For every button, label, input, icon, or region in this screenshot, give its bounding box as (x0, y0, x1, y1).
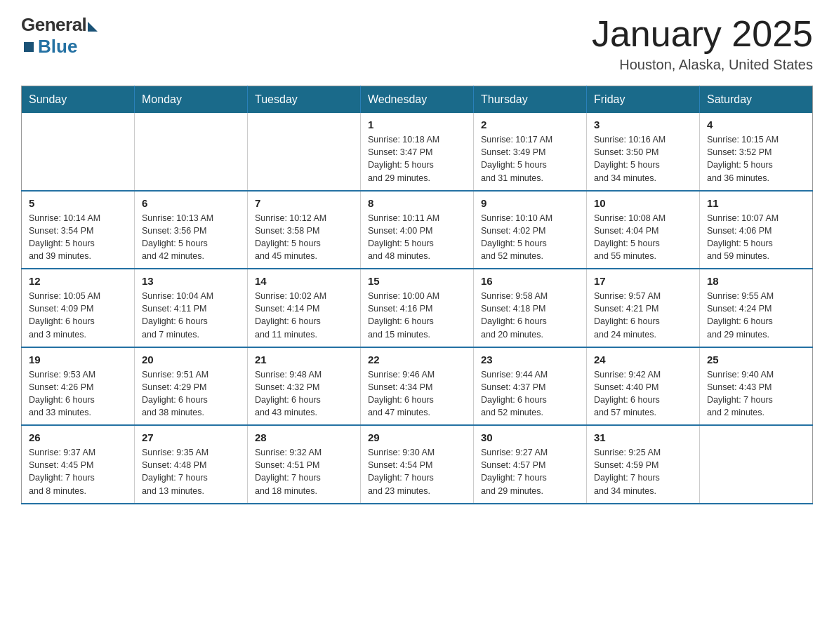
calendar-cell: 18Sunrise: 9:55 AM Sunset: 4:24 PM Dayli… (700, 269, 813, 347)
month-title: January 2025 (592, 14, 813, 54)
calendar-cell (248, 113, 361, 191)
logo-blue-text: Blue (38, 36, 77, 58)
day-number: 27 (142, 431, 240, 443)
day-info: Sunrise: 10:18 AM Sunset: 3:47 PM Daylig… (368, 133, 466, 185)
day-number: 23 (481, 354, 579, 365)
day-number: 5 (29, 197, 127, 209)
calendar-cell (22, 113, 135, 191)
calendar-cell: 16Sunrise: 9:58 AM Sunset: 4:18 PM Dayli… (474, 269, 587, 347)
day-info: Sunrise: 10:14 AM Sunset: 3:54 PM Daylig… (29, 212, 127, 263)
logo-arrow-icon (88, 22, 98, 32)
day-number: 29 (368, 431, 466, 443)
day-number: 24 (594, 354, 692, 365)
day-number: 4 (707, 119, 805, 130)
calendar-cell: 2Sunrise: 10:17 AM Sunset: 3:49 PM Dayli… (474, 113, 587, 191)
calendar-cell: 21Sunrise: 9:48 AM Sunset: 4:32 PM Dayli… (248, 347, 361, 426)
calendar-cell: 19Sunrise: 9:53 AM Sunset: 4:26 PM Dayli… (22, 347, 135, 426)
day-info: Sunrise: 9:53 AM Sunset: 4:26 PM Dayligh… (29, 368, 127, 420)
calendar-cell: 7Sunrise: 10:12 AM Sunset: 3:58 PM Dayli… (248, 191, 361, 269)
calendar-cell: 20Sunrise: 9:51 AM Sunset: 4:29 PM Dayli… (135, 347, 248, 426)
calendar-cell: 1Sunrise: 10:18 AM Sunset: 3:47 PM Dayli… (361, 113, 474, 191)
day-number: 19 (29, 354, 127, 365)
page-header: General Blue January 2025 Houston, Alask… (21, 14, 813, 73)
day-number: 6 (142, 197, 240, 209)
calendar-cell: 14Sunrise: 10:02 AM Sunset: 4:14 PM Dayl… (248, 269, 361, 347)
day-number: 9 (481, 197, 579, 209)
day-number: 10 (594, 197, 692, 209)
day-info: Sunrise: 10:15 AM Sunset: 3:52 PM Daylig… (707, 133, 805, 185)
calendar-week-row: 12Sunrise: 10:05 AM Sunset: 4:09 PM Dayl… (22, 269, 813, 347)
day-info: Sunrise: 9:37 AM Sunset: 4:45 PM Dayligh… (29, 446, 127, 497)
day-number: 22 (368, 354, 466, 365)
day-info: Sunrise: 9:32 AM Sunset: 4:51 PM Dayligh… (255, 446, 353, 497)
day-number: 21 (255, 354, 353, 365)
day-number: 7 (255, 197, 353, 209)
title-area: January 2025 Houston, Alaska, United Sta… (592, 14, 813, 73)
weekday-header-row: SundayMondayTuesdayWednesdayThursdayFrid… (22, 86, 813, 114)
day-info: Sunrise: 10:17 AM Sunset: 3:49 PM Daylig… (481, 133, 579, 185)
calendar-cell: 12Sunrise: 10:05 AM Sunset: 4:09 PM Dayl… (22, 269, 135, 347)
day-info: Sunrise: 9:46 AM Sunset: 4:34 PM Dayligh… (368, 368, 466, 420)
day-info: Sunrise: 10:07 AM Sunset: 4:06 PM Daylig… (707, 212, 805, 263)
weekday-header-friday: Friday (587, 86, 700, 114)
day-number: 15 (368, 275, 466, 287)
day-number: 25 (707, 354, 805, 365)
day-info: Sunrise: 9:57 AM Sunset: 4:21 PM Dayligh… (594, 290, 692, 341)
day-info: Sunrise: 10:12 AM Sunset: 3:58 PM Daylig… (255, 212, 353, 263)
day-info: Sunrise: 9:55 AM Sunset: 4:24 PM Dayligh… (707, 290, 805, 341)
day-number: 8 (368, 197, 466, 209)
calendar-table: SundayMondayTuesdayWednesdayThursdayFrid… (21, 86, 813, 504)
calendar-cell: 5Sunrise: 10:14 AM Sunset: 3:54 PM Dayli… (22, 191, 135, 269)
calendar-cell (700, 425, 813, 504)
day-info: Sunrise: 9:35 AM Sunset: 4:48 PM Dayligh… (142, 446, 240, 497)
calendar-cell: 23Sunrise: 9:44 AM Sunset: 4:37 PM Dayli… (474, 347, 587, 426)
weekday-header-thursday: Thursday (474, 86, 587, 114)
day-number: 17 (594, 275, 692, 287)
day-info: Sunrise: 10:05 AM Sunset: 4:09 PM Daylig… (29, 290, 127, 341)
calendar-cell: 26Sunrise: 9:37 AM Sunset: 4:45 PM Dayli… (22, 425, 135, 504)
calendar-week-row: 5Sunrise: 10:14 AM Sunset: 3:54 PM Dayli… (22, 191, 813, 269)
calendar-cell: 6Sunrise: 10:13 AM Sunset: 3:56 PM Dayli… (135, 191, 248, 269)
day-info: Sunrise: 9:27 AM Sunset: 4:57 PM Dayligh… (481, 446, 579, 497)
calendar-cell: 31Sunrise: 9:25 AM Sunset: 4:59 PM Dayli… (587, 425, 700, 504)
day-info: Sunrise: 9:48 AM Sunset: 4:32 PM Dayligh… (255, 368, 353, 420)
calendar-cell (135, 113, 248, 191)
calendar-cell: 13Sunrise: 10:04 AM Sunset: 4:11 PM Dayl… (135, 269, 248, 347)
weekday-header-monday: Monday (135, 86, 248, 114)
calendar-week-row: 1Sunrise: 10:18 AM Sunset: 3:47 PM Dayli… (22, 113, 813, 191)
day-info: Sunrise: 9:42 AM Sunset: 4:40 PM Dayligh… (594, 368, 692, 420)
day-info: Sunrise: 10:11 AM Sunset: 4:00 PM Daylig… (368, 212, 466, 263)
calendar-cell: 27Sunrise: 9:35 AM Sunset: 4:48 PM Dayli… (135, 425, 248, 504)
calendar-cell: 8Sunrise: 10:11 AM Sunset: 4:00 PM Dayli… (361, 191, 474, 269)
day-info: Sunrise: 9:40 AM Sunset: 4:43 PM Dayligh… (707, 368, 805, 420)
logo: General Blue (21, 14, 98, 58)
calendar-cell: 22Sunrise: 9:46 AM Sunset: 4:34 PM Dayli… (361, 347, 474, 426)
calendar-cell: 29Sunrise: 9:30 AM Sunset: 4:54 PM Dayli… (361, 425, 474, 504)
day-info: Sunrise: 9:58 AM Sunset: 4:18 PM Dayligh… (481, 290, 579, 341)
day-number: 31 (594, 431, 692, 443)
weekday-header-wednesday: Wednesday (361, 86, 474, 114)
day-number: 13 (142, 275, 240, 287)
location-title: Houston, Alaska, United States (592, 57, 813, 73)
day-info: Sunrise: 10:10 AM Sunset: 4:02 PM Daylig… (481, 212, 579, 263)
day-number: 2 (481, 119, 579, 130)
calendar-cell: 11Sunrise: 10:07 AM Sunset: 4:06 PM Dayl… (700, 191, 813, 269)
day-number: 11 (707, 197, 805, 209)
day-number: 18 (707, 275, 805, 287)
weekday-header-tuesday: Tuesday (248, 86, 361, 114)
calendar-cell: 9Sunrise: 10:10 AM Sunset: 4:02 PM Dayli… (474, 191, 587, 269)
day-info: Sunrise: 9:30 AM Sunset: 4:54 PM Dayligh… (368, 446, 466, 497)
logo-general-text: General (21, 14, 86, 36)
calendar-cell: 15Sunrise: 10:00 AM Sunset: 4:16 PM Dayl… (361, 269, 474, 347)
calendar-week-row: 26Sunrise: 9:37 AM Sunset: 4:45 PM Dayli… (22, 425, 813, 504)
day-number: 28 (255, 431, 353, 443)
calendar-cell: 3Sunrise: 10:16 AM Sunset: 3:50 PM Dayli… (587, 113, 700, 191)
calendar-body: 1Sunrise: 10:18 AM Sunset: 3:47 PM Dayli… (22, 113, 813, 504)
day-number: 16 (481, 275, 579, 287)
calendar-cell: 25Sunrise: 9:40 AM Sunset: 4:43 PM Dayli… (700, 347, 813, 426)
day-number: 30 (481, 431, 579, 443)
day-number: 14 (255, 275, 353, 287)
weekday-header-saturday: Saturday (700, 86, 813, 114)
calendar-week-row: 19Sunrise: 9:53 AM Sunset: 4:26 PM Dayli… (22, 347, 813, 426)
day-info: Sunrise: 9:25 AM Sunset: 4:59 PM Dayligh… (594, 446, 692, 497)
